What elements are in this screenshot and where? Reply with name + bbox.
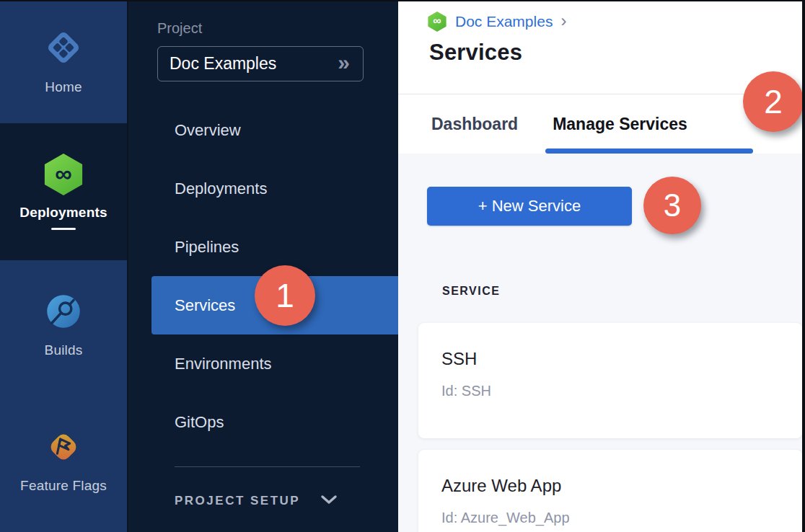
rail-item-feature-flags[interactable]: Feature Flags bbox=[0, 390, 127, 532]
double-chevron-right-icon: » bbox=[338, 52, 350, 74]
service-name: SSH bbox=[441, 349, 802, 369]
sidebar-item-environments[interactable]: Environments bbox=[128, 334, 398, 393]
page-title: Services bbox=[429, 40, 805, 66]
project-selector-value: Doc Examples bbox=[170, 54, 276, 74]
module-rail: Home ∞ Deployments bbox=[0, 0, 127, 532]
rail-item-home[interactable]: Home bbox=[0, 0, 127, 123]
services-panel: + New Service SERVICE SSH Id: SSH Azure … bbox=[398, 154, 805, 532]
breadcrumb-separator-icon: › bbox=[560, 12, 566, 30]
screenshot-frame-right bbox=[802, 0, 805, 532]
sidebar-divider bbox=[175, 466, 360, 467]
sidebar-item-overview[interactable]: Overview bbox=[128, 101, 398, 159]
project-selector[interactable]: Doc Examples » bbox=[157, 46, 364, 81]
rail-item-builds[interactable]: Builds bbox=[0, 260, 127, 390]
tab-dashboard[interactable]: Dashboard bbox=[431, 115, 518, 134]
active-module-underline bbox=[51, 228, 76, 230]
breadcrumb: ∞ Doc Examples › bbox=[427, 12, 805, 32]
new-service-button[interactable]: + New Service bbox=[427, 187, 632, 226]
project-section-label: Project bbox=[157, 20, 398, 37]
page-header: ∞ Doc Examples › Services bbox=[398, 0, 805, 94]
sidebar-item-gitops[interactable]: GitOps bbox=[128, 393, 398, 451]
rail-item-label: Deployments bbox=[19, 205, 107, 221]
project-hexagon-icon: ∞ bbox=[427, 12, 447, 32]
service-id: Id: SSH bbox=[441, 383, 802, 399]
home-grid-icon bbox=[44, 28, 83, 70]
screenshot-frame-top bbox=[0, 0, 805, 1]
sidebar-item-pipelines[interactable]: Pipelines bbox=[128, 218, 398, 276]
chevron-down-icon bbox=[320, 495, 338, 507]
service-card-ssh[interactable]: SSH Id: SSH bbox=[418, 323, 802, 438]
breadcrumb-project-link[interactable]: Doc Examples bbox=[455, 13, 553, 30]
builds-icon bbox=[45, 293, 82, 333]
annotation-badge-2: 2 bbox=[743, 71, 804, 132]
rail-item-deployments[interactable]: ∞ Deployments bbox=[0, 123, 127, 260]
project-setup-toggle[interactable]: PROJECT SETUP bbox=[175, 494, 398, 508]
main-content: ∞ Doc Examples › Services Dashboard Mana… bbox=[398, 0, 805, 532]
project-setup-label: PROJECT SETUP bbox=[175, 494, 300, 508]
rail-item-label: Builds bbox=[45, 342, 83, 358]
service-list-header: SERVICE bbox=[442, 285, 500, 298]
annotation-badge-3: 3 bbox=[643, 177, 701, 234]
rail-item-label: Home bbox=[45, 79, 82, 95]
service-id: Id: Azure_Web_App bbox=[441, 510, 802, 526]
service-card-azure-web-app[interactable]: Azure Web App Id: Azure_Web_App bbox=[418, 450, 802, 532]
service-name: Azure Web App bbox=[441, 476, 802, 496]
app-window: Home ∞ Deployments bbox=[0, 0, 805, 532]
rail-item-label: Feature Flags bbox=[20, 478, 107, 494]
annotation-badge-1: 1 bbox=[255, 265, 315, 326]
feature-flags-icon bbox=[45, 428, 82, 469]
sidebar-item-deployments[interactable]: Deployments bbox=[128, 159, 398, 218]
deployments-hexagon-icon: ∞ bbox=[43, 154, 84, 195]
active-tab-underline bbox=[545, 148, 753, 154]
project-sidebar: Project Doc Examples » Overview Deployme… bbox=[127, 0, 398, 532]
tab-manage-services[interactable]: Manage Services bbox=[553, 115, 687, 134]
